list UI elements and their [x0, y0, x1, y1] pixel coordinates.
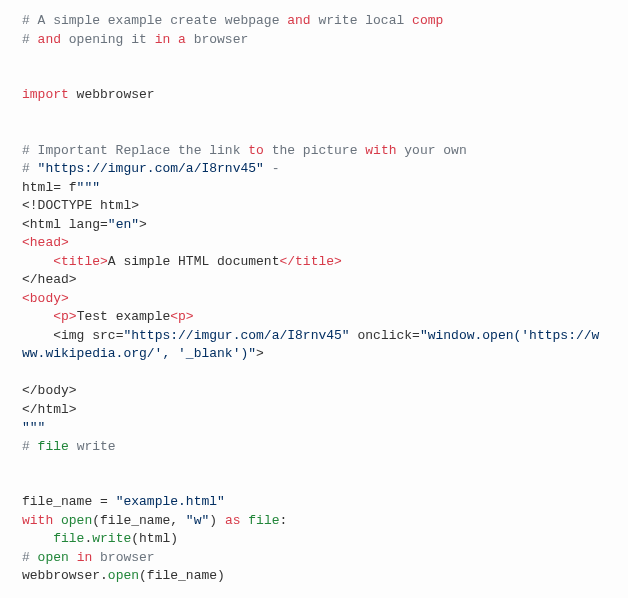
code-text: #: [22, 550, 38, 565]
code-text: [22, 254, 53, 269]
code-text: in: [69, 550, 92, 565]
code-text: opening it: [61, 32, 155, 47]
code-text: file_name =: [22, 494, 116, 509]
code-text: open: [53, 513, 92, 528]
code-text: </html>: [22, 402, 77, 417]
code-text: local: [357, 13, 412, 28]
code-text: </title>: [279, 254, 341, 269]
code-text: """: [77, 180, 100, 195]
code-text: comp: [412, 13, 443, 28]
code-text: (file_name): [139, 568, 225, 583]
code-text: :: [280, 513, 288, 528]
code-text: </head>: [22, 272, 77, 287]
code-text: open: [38, 550, 69, 565]
code-text: onclick=: [350, 328, 420, 343]
code-text: <!DOCTYPE html>: [22, 198, 139, 213]
code-text: A simple HTML document: [108, 254, 280, 269]
code-text: <body>: [22, 291, 69, 306]
code-text: "https://imgur.com/a/I8rnv45": [123, 328, 349, 343]
code-text: html= f: [22, 180, 77, 195]
code-text: ): [209, 513, 225, 528]
code-text: </body>: [22, 383, 77, 398]
code-text: # Important Replace the link: [22, 143, 248, 158]
code-text: your own: [397, 143, 467, 158]
code-text: and: [38, 32, 61, 47]
code-text: >: [139, 217, 147, 232]
code-text: file: [53, 531, 84, 546]
code-text: <p>: [53, 309, 76, 324]
code-text: browser: [186, 32, 248, 47]
code-text: write: [311, 13, 358, 28]
code-snippet: # A simple example create webpage and wr…: [0, 0, 628, 598]
code-text: <p>: [170, 309, 193, 324]
code-text: "w": [186, 513, 209, 528]
code-text: browser: [92, 550, 154, 565]
code-text: webbrowser.: [22, 568, 108, 583]
code-text: a: [170, 32, 186, 47]
code-text: [22, 309, 53, 324]
code-text: <title>: [53, 254, 108, 269]
code-text: """: [22, 420, 45, 435]
code-text: with: [22, 513, 53, 528]
code-text: file: [240, 513, 279, 528]
code-text: # A simple example create webpage: [22, 13, 287, 28]
code-text: <img src=: [22, 328, 123, 343]
code-text: file: [38, 439, 69, 454]
code-text: as: [225, 513, 241, 528]
code-text: "en": [108, 217, 139, 232]
code-text: >: [256, 346, 264, 361]
code-text: to: [248, 143, 264, 158]
code-text: open: [108, 568, 139, 583]
code-text: write: [92, 531, 131, 546]
code-text: "example.html": [116, 494, 225, 509]
code-text: with: [365, 143, 396, 158]
code-text: #: [22, 161, 38, 176]
code-text: and: [287, 13, 310, 28]
code-text: <html lang=: [22, 217, 108, 232]
code-text: #: [22, 32, 38, 47]
code-text: write: [69, 439, 116, 454]
code-text: #: [22, 439, 38, 454]
code-text: (html): [131, 531, 178, 546]
code-text: -: [264, 161, 280, 176]
code-text: "https://imgur.com/a/I8rnv45": [38, 161, 264, 176]
code-text: in: [155, 32, 171, 47]
code-text: webbrowser: [69, 87, 155, 102]
code-text: (file_name,: [92, 513, 186, 528]
code-text: Test example: [77, 309, 171, 324]
code-text: <head>: [22, 235, 69, 250]
code-text: import: [22, 87, 69, 102]
code-text: [22, 531, 53, 546]
code-text: the picture: [264, 143, 365, 158]
